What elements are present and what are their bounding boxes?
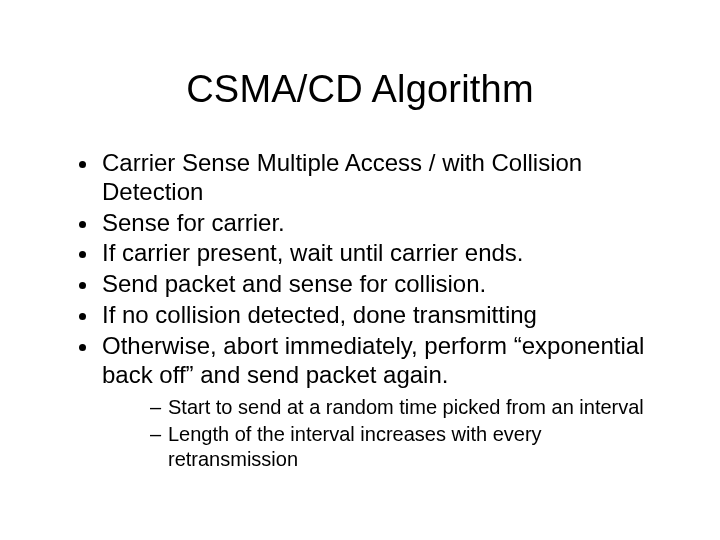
sub-bullet-text: Start to send at a random time picked fr… [168, 396, 644, 418]
bullet-text: If no collision detected, done transmitt… [102, 301, 537, 328]
bullet-list: Carrier Sense Multiple Access / with Col… [72, 149, 660, 472]
bullet-text: If carrier present, wait until carrier e… [102, 239, 524, 266]
bullet-item: If no collision detected, done transmitt… [100, 301, 660, 330]
sub-bullet-item: Start to send at a random time picked fr… [150, 395, 660, 420]
slide-title: CSMA/CD Algorithm [0, 68, 720, 111]
bullet-text: Otherwise, abort immediately, perform “e… [102, 332, 644, 388]
bullet-text: Carrier Sense Multiple Access / with Col… [102, 149, 582, 205]
bullet-item: Carrier Sense Multiple Access / with Col… [100, 149, 660, 207]
slide: CSMA/CD Algorithm Carrier Sense Multiple… [0, 68, 720, 540]
bullet-item: If carrier present, wait until carrier e… [100, 239, 660, 268]
bullet-text: Send packet and sense for collision. [102, 270, 486, 297]
sub-bullet-text: Length of the interval increases with ev… [168, 423, 542, 470]
bullet-item: Otherwise, abort immediately, perform “e… [100, 332, 660, 473]
sub-bullet-item: Length of the interval increases with ev… [150, 422, 660, 472]
sub-bullet-list: Start to send at a random time picked fr… [126, 395, 660, 472]
bullet-item: Send packet and sense for collision. [100, 270, 660, 299]
bullet-item: Sense for carrier. [100, 209, 660, 238]
bullet-text: Sense for carrier. [102, 209, 285, 236]
